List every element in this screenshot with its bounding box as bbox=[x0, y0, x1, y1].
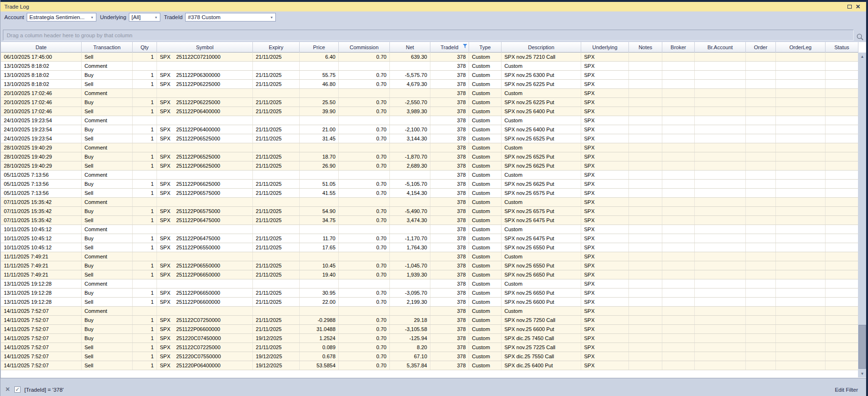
cell-transaction: Comment bbox=[82, 252, 133, 261]
cell-tradeid: 378 bbox=[430, 116, 469, 125]
column-filter-icon[interactable] bbox=[463, 44, 467, 48]
table-row[interactable]: 10/11/2025 10:45:12Comment378CustomCusto… bbox=[1, 225, 858, 234]
account-dropdown[interactable]: Estrategia Sentimien... ▼ bbox=[27, 13, 96, 21]
table-row[interactable]: 20/10/2025 17:02:46Buy1SPX 251122P062250… bbox=[1, 98, 858, 107]
column-header-transaction[interactable]: Transaction bbox=[82, 42, 133, 53]
group-by-drop-zone[interactable]: Drag a column header here to group by th… bbox=[3, 30, 854, 41]
title-bar[interactable]: Trade Log ✕ bbox=[0, 2, 866, 11]
table-row[interactable]: 24/10/2025 19:23:54Buy1SPX 251122P064000… bbox=[1, 125, 858, 134]
cell-qty bbox=[133, 62, 157, 70]
remove-filter-icon[interactable]: ✕ bbox=[5, 386, 10, 393]
cell-order bbox=[746, 252, 776, 261]
table-row[interactable]: 24/10/2025 19:23:54Comment378CustomCusto… bbox=[1, 116, 858, 125]
maximize-button[interactable] bbox=[845, 3, 854, 11]
table-row[interactable]: 05/11/2025 7:13:56Buy1SPX 251122P0662500… bbox=[1, 180, 858, 189]
table-row[interactable]: 28/10/2025 19:40:29Comment378CustomCusto… bbox=[1, 143, 858, 152]
table-row[interactable]: 10/11/2025 10:45:12Sell1SPX 251122P06550… bbox=[1, 243, 858, 252]
cell-order bbox=[746, 171, 776, 179]
cell-transaction: Comment bbox=[82, 143, 133, 152]
scrollbar-thumb[interactable] bbox=[858, 325, 866, 369]
cell-expiry bbox=[253, 89, 300, 97]
column-header-order[interactable]: Order bbox=[746, 42, 776, 53]
table-row[interactable]: 14/11/2025 7:52:07Sell1SPX 251122C072250… bbox=[1, 343, 858, 352]
column-header-label: Transaction bbox=[93, 44, 120, 50]
vertical-scrollbar[interactable]: ▲ ▼ bbox=[858, 53, 867, 377]
table-row[interactable]: 13/10/2025 8:18:02Sell1SPX 251122P062250… bbox=[1, 80, 858, 89]
cell-price bbox=[300, 225, 339, 234]
column-header-orderleg[interactable]: OrderLeg bbox=[776, 42, 826, 53]
cell-underlying: SPX bbox=[581, 243, 629, 252]
column-header-date[interactable]: Date bbox=[1, 42, 82, 53]
table-row[interactable]: 14/11/2025 7:52:07Sell1SPX 251220C075500… bbox=[1, 352, 858, 361]
table-row[interactable]: 20/10/2025 17:02:46Sell1SPX 251122P06400… bbox=[1, 107, 858, 116]
scroll-down-icon[interactable]: ▼ bbox=[858, 370, 867, 377]
cell-status bbox=[826, 107, 858, 116]
column-header-price[interactable]: Price bbox=[300, 42, 339, 53]
table-row[interactable]: 14/11/2025 7:52:07Buy1SPX 251220C0745000… bbox=[1, 334, 858, 343]
table-row[interactable]: 11/11/2025 7:49:21Sell1SPX 251122P066500… bbox=[1, 270, 858, 279]
cell-broker bbox=[662, 89, 695, 97]
column-header-description[interactable]: Description bbox=[502, 42, 581, 53]
cell-net: 3,144.30 bbox=[390, 134, 430, 143]
table-row[interactable]: 07/11/2025 15:35:42Sell1SPX 251122P06475… bbox=[1, 216, 858, 225]
table-row[interactable]: 24/10/2025 19:23:54Sell1SPX 251122P06525… bbox=[1, 134, 858, 143]
column-header-net[interactable]: Net bbox=[390, 42, 430, 53]
column-header-status[interactable]: Status bbox=[826, 42, 858, 53]
table-row[interactable]: 28/10/2025 19:40:29Sell1SPX 251122P06625… bbox=[1, 161, 858, 171]
table-row[interactable]: 06/10/2025 17:45:00Sell1SPX 251122C07210… bbox=[1, 53, 858, 62]
cell-expiry: 21/11/2025 bbox=[253, 80, 300, 88]
column-header-underlying[interactable]: Underlying bbox=[581, 42, 629, 53]
cell-type: Custom bbox=[469, 171, 502, 179]
table-row[interactable]: 28/10/2025 19:40:29Buy1SPX 251122P065250… bbox=[1, 152, 858, 161]
cell-notes bbox=[629, 207, 662, 215]
underlying-dropdown[interactable]: [All] ▼ bbox=[129, 13, 160, 21]
column-header-symbol[interactable]: Symbol bbox=[157, 42, 253, 53]
column-header-expiry[interactable]: Expiry bbox=[253, 42, 300, 53]
column-header-braccount[interactable]: Br.Account bbox=[695, 42, 746, 53]
table-row[interactable]: 11/11/2025 7:49:21Comment378CustomCustom… bbox=[1, 252, 858, 261]
column-header-qty[interactable]: Qty bbox=[133, 42, 157, 53]
cell-broker bbox=[662, 125, 695, 134]
cell-price: 0.089 bbox=[300, 343, 339, 352]
table-row[interactable]: 14/11/2025 7:52:07Sell1SPX 251220P064000… bbox=[1, 361, 858, 370]
cell-qty: 1 bbox=[133, 270, 157, 279]
table-row[interactable]: 20/10/2025 17:02:46Comment378CustomCusto… bbox=[1, 89, 858, 98]
cell-notes bbox=[629, 361, 662, 370]
cell-qty bbox=[133, 279, 157, 288]
table-row[interactable]: 07/11/2025 15:35:42Buy1SPX 251122P065750… bbox=[1, 207, 858, 216]
table-row[interactable]: 14/11/2025 7:52:07Buy1SPX 251122C0725000… bbox=[1, 316, 858, 325]
table-row[interactable]: 13/11/2025 19:12:28Buy1SPX 251122P066500… bbox=[1, 289, 858, 298]
table-row[interactable]: 14/11/2025 7:52:07Comment378CustomCustom… bbox=[1, 307, 858, 316]
search-button[interactable] bbox=[855, 31, 865, 43]
table-row[interactable]: 13/10/2025 8:18:02Buy1SPX 251122P0630000… bbox=[1, 71, 858, 80]
close-button[interactable]: ✕ bbox=[854, 3, 862, 11]
cell-order bbox=[746, 234, 776, 243]
column-header-label: Symbol bbox=[196, 44, 214, 50]
table-row[interactable]: 07/11/2025 15:35:42Comment378CustomCusto… bbox=[1, 198, 858, 207]
table-row[interactable]: 11/11/2025 7:49:21Buy1SPX 251122P0655000… bbox=[1, 261, 858, 270]
cell-status bbox=[826, 216, 858, 225]
cell-commission: 0.70 bbox=[339, 53, 390, 61]
cell-date: 05/11/2025 7:13:56 bbox=[1, 180, 82, 188]
table-row[interactable]: 13/10/2025 8:18:02Comment378CustomCustom… bbox=[1, 62, 858, 71]
table-row[interactable]: 10/11/2025 10:45:12Buy1SPX 251122P064750… bbox=[1, 234, 858, 243]
column-header-type[interactable]: Type bbox=[469, 42, 502, 53]
filter-enabled-checkbox[interactable]: ✓ bbox=[14, 386, 21, 393]
cell-commission: 0.70 bbox=[339, 325, 390, 333]
tradeid-label: TradeId bbox=[164, 14, 183, 20]
cell-description: SPX dic.25 7550 Call bbox=[502, 352, 581, 361]
table-row[interactable]: 05/11/2025 7:13:56Comment378CustomCustom… bbox=[1, 171, 858, 180]
column-header-commission[interactable]: Commission bbox=[339, 42, 390, 53]
table-row[interactable]: 14/11/2025 7:52:07Buy1SPX 251122P0660000… bbox=[1, 325, 858, 334]
cell-qty bbox=[133, 89, 157, 97]
scroll-up-icon[interactable]: ▲ bbox=[858, 53, 867, 60]
column-header-broker[interactable]: Broker bbox=[662, 42, 695, 53]
cell-underlying: SPX bbox=[581, 180, 629, 188]
table-row[interactable]: 05/11/2025 7:13:56Sell1SPX 251122P065750… bbox=[1, 189, 858, 198]
edit-filter-link[interactable]: Edit Filter bbox=[835, 387, 858, 393]
table-row[interactable]: 13/11/2025 19:12:28Comment378CustomCusto… bbox=[1, 279, 858, 289]
tradeid-dropdown[interactable]: #378 Custom ▼ bbox=[185, 13, 276, 21]
column-header-notes[interactable]: Notes bbox=[629, 42, 662, 53]
column-header-tradeid[interactable]: TradeId bbox=[430, 42, 469, 53]
table-row[interactable]: 13/11/2025 19:12:28Sell1SPX 251122P06600… bbox=[1, 298, 858, 307]
